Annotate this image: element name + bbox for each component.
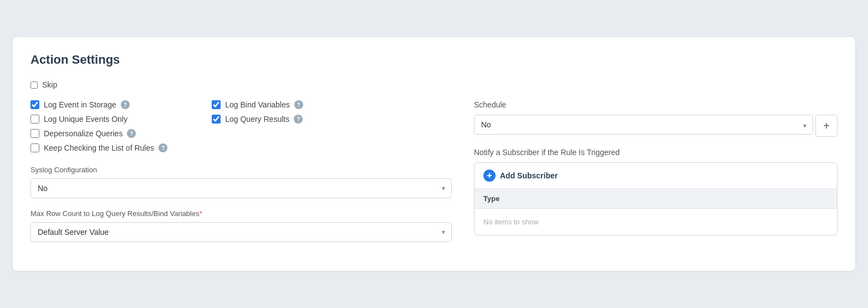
- left-checkbox-group: Log Event in Storage ? Log Unique Events…: [30, 100, 167, 152]
- keep-checking-help-icon[interactable]: ?: [159, 143, 167, 152]
- notify-label: Notify a Subscriber if the Rule Is Trigg…: [474, 148, 838, 157]
- depersonalize-label[interactable]: Depersonalize Queries: [44, 129, 122, 138]
- add-subscriber-icon: +: [483, 170, 496, 182]
- depersonalize-help-icon[interactable]: ?: [127, 129, 136, 138]
- log-event-label[interactable]: Log Event in Storage: [44, 100, 116, 109]
- schedule-add-button[interactable]: +: [815, 115, 838, 137]
- log-event-help-icon[interactable]: ?: [121, 100, 130, 109]
- checkbox-row-depersonalize: Depersonalize Queries ?: [30, 129, 167, 138]
- log-query-help-icon[interactable]: ?: [294, 115, 303, 124]
- log-query-checkbox[interactable]: [212, 115, 221, 124]
- log-unique-checkbox[interactable]: [30, 115, 39, 124]
- log-unique-label[interactable]: Log Unique Events Only: [44, 115, 127, 124]
- skip-checkbox[interactable]: [30, 81, 38, 89]
- page-title: Action Settings: [30, 53, 838, 67]
- syslog-select-wrapper: No Yes ▾: [30, 178, 452, 198]
- log-event-checkbox[interactable]: [30, 100, 39, 109]
- syslog-section: Syslog Configuration No Yes ▾: [30, 166, 452, 198]
- main-layout: Log Event in Storage ? Log Unique Events…: [30, 100, 838, 253]
- schedule-select[interactable]: No Yes: [474, 115, 813, 135]
- max-row-select[interactable]: Default Server Value 100 500 1000 5000: [30, 222, 452, 242]
- checkbox-row-log-event: Log Event in Storage ?: [30, 100, 167, 109]
- notify-section: Notify a Subscriber if the Rule Is Trigg…: [474, 148, 838, 235]
- skip-row: Skip: [30, 80, 838, 89]
- checkbox-row-log-bind: Log Bind Variables ?: [212, 100, 303, 109]
- subscriber-box: + Add Subscriber Type No items to show: [474, 162, 838, 235]
- schedule-section: Schedule No Yes ▾ +: [474, 100, 838, 137]
- keep-checking-checkbox[interactable]: [30, 143, 39, 152]
- syslog-select[interactable]: No Yes: [30, 178, 452, 198]
- log-query-label[interactable]: Log Query Results: [225, 115, 289, 124]
- checkbox-section: Log Event in Storage ? Log Unique Events…: [30, 100, 452, 152]
- add-subscriber-label: Add Subscriber: [500, 171, 558, 180]
- max-row-label: Max Row Count to Log Query Results/Bind …: [30, 209, 452, 218]
- depersonalize-checkbox[interactable]: [30, 129, 39, 138]
- checkbox-row-keep-checking: Keep Checking the List of Rules ?: [30, 143, 167, 152]
- right-column: Schedule No Yes ▾ + Notify a Subscriber …: [474, 100, 838, 253]
- checkbox-row-log-unique: Log Unique Events Only: [30, 115, 167, 124]
- max-row-section: Max Row Count to Log Query Results/Bind …: [30, 209, 452, 242]
- log-bind-label[interactable]: Log Bind Variables: [225, 100, 289, 109]
- log-bind-help-icon[interactable]: ?: [294, 100, 303, 109]
- checkbox-row-log-query: Log Query Results ?: [212, 115, 303, 124]
- syslog-label: Syslog Configuration: [30, 166, 452, 174]
- right-checkbox-group: Log Bind Variables ? Log Query Results ?: [212, 100, 303, 152]
- schedule-row: No Yes ▾ +: [474, 115, 838, 137]
- left-column: Log Event in Storage ? Log Unique Events…: [30, 100, 452, 253]
- schedule-select-wrapper: No Yes ▾: [474, 115, 813, 137]
- required-asterisk: *: [200, 209, 202, 218]
- max-row-select-wrapper: Default Server Value 100 500 1000 5000 ▾: [30, 222, 452, 242]
- add-subscriber-row[interactable]: + Add Subscriber: [474, 163, 837, 189]
- log-bind-checkbox[interactable]: [212, 100, 221, 109]
- skip-label[interactable]: Skip: [42, 80, 57, 89]
- action-settings-card: Action Settings Skip Log Event in Storag…: [13, 37, 855, 271]
- no-items-label: No items to show: [474, 209, 837, 235]
- keep-checking-label[interactable]: Keep Checking the List of Rules: [44, 143, 154, 152]
- subscriber-table-header: Type: [474, 189, 837, 209]
- schedule-label: Schedule: [474, 100, 838, 109]
